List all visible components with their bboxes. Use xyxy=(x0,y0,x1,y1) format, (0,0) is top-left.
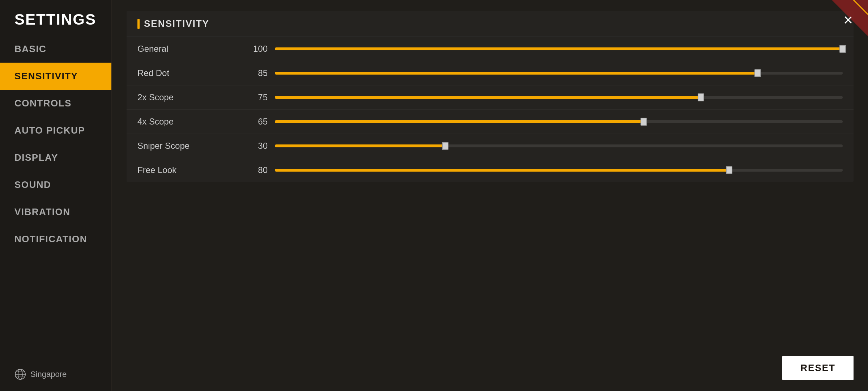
sidebar-item-basic[interactable]: BASIC xyxy=(0,35,111,63)
slider-value-5: 80 xyxy=(239,165,268,175)
section-title: SENSITIVITY xyxy=(144,18,209,29)
slider-container-3[interactable] xyxy=(275,116,843,127)
slider-thumb-0[interactable] xyxy=(839,45,846,53)
sidebar-item-display[interactable]: DISPLAY xyxy=(0,144,111,171)
slider-fill-4 xyxy=(275,144,445,147)
sidebar-item-vibration[interactable]: VIBRATION xyxy=(0,198,111,226)
sidebar-item-controls[interactable]: CONTROLS xyxy=(0,90,111,117)
slider-label-0: General xyxy=(137,44,239,54)
section-indicator xyxy=(137,19,140,29)
section-header: SENSITIVITY xyxy=(127,11,854,37)
slider-fill-0 xyxy=(275,47,843,50)
slider-thumb-4[interactable] xyxy=(442,142,448,150)
slider-thumb-5[interactable] xyxy=(726,166,732,174)
slider-thumb-3[interactable] xyxy=(641,118,647,126)
slider-track-4 xyxy=(275,144,843,147)
main-content: × SENSITIVITY General100Red Dot852x Scop… xyxy=(112,0,868,391)
globe-icon xyxy=(14,369,26,380)
sensitivity-rows: General100Red Dot852x Scope754x Scope65S… xyxy=(127,37,854,182)
sidebar-footer: Singapore xyxy=(0,358,111,391)
slider-container-0[interactable] xyxy=(275,43,843,54)
slider-label-1: Red Dot xyxy=(137,68,239,78)
slider-value-2: 75 xyxy=(239,92,268,102)
slider-container-5[interactable] xyxy=(275,165,843,176)
sensitivity-row: Red Dot85 xyxy=(127,61,854,85)
sensitivity-row: 4x Scope65 xyxy=(127,110,854,134)
slider-label-5: Free Look xyxy=(137,165,239,175)
slider-thumb-2[interactable] xyxy=(698,93,704,101)
slider-label-4: Sniper Scope xyxy=(137,141,239,151)
slider-track-5 xyxy=(275,169,843,172)
slider-container-4[interactable] xyxy=(275,140,843,151)
sensitivity-row: 2x Scope75 xyxy=(127,85,854,110)
slider-value-3: 65 xyxy=(239,117,268,127)
sidebar-item-notification[interactable]: NOTIFICATION xyxy=(0,226,111,253)
slider-track-3 xyxy=(275,120,843,123)
slider-thumb-1[interactable] xyxy=(754,69,761,77)
sensitivity-row: Sniper Scope30 xyxy=(127,134,854,158)
slider-track-1 xyxy=(275,72,843,75)
sidebar: SETTINGS BASICSENSITIVITYCONTROLSAUTO PI… xyxy=(0,0,112,391)
slider-container-1[interactable] xyxy=(275,68,843,79)
slider-container-2[interactable] xyxy=(275,92,843,103)
slider-value-4: 30 xyxy=(239,141,268,151)
reset-button[interactable]: RESET xyxy=(782,356,854,380)
slider-value-1: 85 xyxy=(239,68,268,78)
slider-fill-1 xyxy=(275,72,758,75)
settings-panel: SENSITIVITY General100Red Dot852x Scope7… xyxy=(127,11,854,182)
slider-value-0: 100 xyxy=(239,44,268,54)
slider-fill-2 xyxy=(275,96,701,99)
close-button[interactable]: × xyxy=(835,7,861,33)
slider-label-2: 2x Scope xyxy=(137,92,239,102)
sensitivity-row: Free Look80 xyxy=(127,158,854,182)
sidebar-item-sensitivity[interactable]: SENSITIVITY xyxy=(0,63,111,90)
slider-label-3: 4x Scope xyxy=(137,117,239,127)
region-label: Singapore xyxy=(30,370,67,379)
sidebar-item-auto-pickup[interactable]: AUTO PICKUP xyxy=(0,117,111,144)
sidebar-item-sound[interactable]: SOUND xyxy=(0,171,111,198)
sensitivity-row: General100 xyxy=(127,37,854,61)
slider-fill-3 xyxy=(275,120,644,123)
slider-track-2 xyxy=(275,96,843,99)
settings-title: SETTINGS xyxy=(0,0,111,35)
slider-fill-5 xyxy=(275,169,729,172)
sidebar-nav: BASICSENSITIVITYCONTROLSAUTO PICKUPDISPL… xyxy=(0,35,111,358)
slider-track-0 xyxy=(275,47,843,50)
